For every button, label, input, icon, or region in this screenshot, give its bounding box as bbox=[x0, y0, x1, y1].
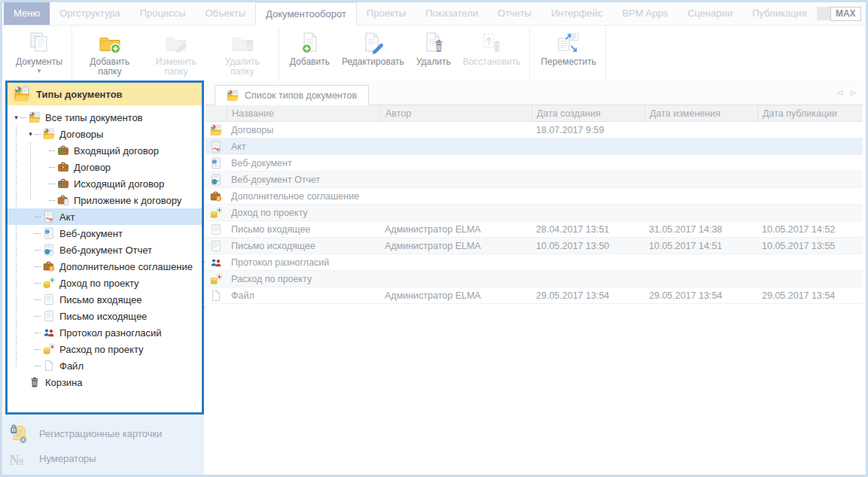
tree-connector bbox=[35, 217, 41, 217]
toolbar-button-doc-add[interactable]: Добавить bbox=[284, 28, 336, 68]
footer-item-reg-cards[interactable]: NРегистрационные карточки bbox=[8, 421, 204, 446]
web-doc-report-icon bbox=[43, 244, 55, 256]
column-header[interactable]: Название bbox=[227, 105, 380, 121]
cell-author: Администратор ELMA bbox=[380, 224, 531, 235]
column-header[interactable]: Дата изменения bbox=[644, 105, 757, 121]
tab-item[interactable]: Интерфейс bbox=[541, 2, 612, 25]
arrow-left-icon[interactable]: ◁ bbox=[837, 89, 842, 96]
tree-item-agreement[interactable]: Дополнительное соглашение bbox=[8, 258, 202, 275]
tree-item-web-doc-report[interactable]: Веб-документ Отчет bbox=[8, 242, 202, 258]
cell-published: 29.05.2017 13:54 bbox=[757, 290, 863, 301]
tree-connector bbox=[35, 366, 41, 366]
tree-item-letter[interactable]: Письмо исходящее bbox=[8, 308, 202, 324]
table-row[interactable]: Веб-документ Отчет bbox=[206, 172, 863, 188]
expander-icon[interactable]: ▾ bbox=[14, 114, 18, 121]
dropdown-caret-icon: ▾ bbox=[38, 68, 41, 74]
toolbar-button-label: Добавить папку bbox=[83, 57, 137, 77]
tree-item-file[interactable]: Файл bbox=[8, 357, 202, 374]
tree-item-act[interactable]: Акт bbox=[8, 208, 202, 225]
toolbar-button-label: Удалить папку bbox=[215, 57, 270, 77]
table-row[interactable]: Договоры18.07.2017 9:59 bbox=[206, 122, 863, 138]
tree-item-protocol[interactable]: Протокол разногласий bbox=[8, 324, 202, 341]
table-row[interactable]: ФайлАдминистратор ELMA29.05.2017 13:5429… bbox=[206, 287, 863, 304]
tree-item-income[interactable]: Доход по проекту bbox=[8, 275, 202, 291]
cell-modified: 29.05.2017 13:54 bbox=[644, 290, 757, 301]
table-row[interactable]: Письмо входящееАдминистратор ELMA28.04.2… bbox=[206, 221, 863, 238]
toolbar-button-documents[interactable]: Документы▾ bbox=[10, 28, 69, 76]
top-tab-bar: МенюОргструктураПроцессыОбъектыДокументо… bbox=[2, 2, 866, 26]
toolbar-button-folder-add[interactable]: Добавить папку bbox=[77, 28, 143, 78]
tree-item-contract-in[interactable]: Входящий договор bbox=[8, 142, 202, 159]
toolbar-button-doc-move[interactable]: Переместить bbox=[535, 28, 602, 68]
toolbar-button-label: Изменить папку bbox=[149, 57, 203, 77]
tab-item[interactable]: BPM Apps bbox=[612, 2, 678, 25]
toolbar-group: ДобавитьРедактироватьУдалитьВосстановить bbox=[281, 28, 531, 81]
tree-item-letter[interactable]: Письмо входящее bbox=[8, 291, 202, 308]
toolbar-button-folder-delete: Удалить папку bbox=[209, 28, 276, 78]
toolbar-group: Добавить папкуИзменить папкуУдалить папк… bbox=[74, 28, 279, 81]
folder-types-icon bbox=[210, 124, 222, 136]
tree-connector bbox=[20, 117, 26, 118]
tree-item-contract[interactable]: Договор bbox=[8, 159, 202, 175]
cell-name: Доход по проекту bbox=[227, 208, 380, 218]
tree-item-folder-types[interactable]: ▾Договоры bbox=[8, 126, 202, 142]
arrow-right-icon[interactable]: ▷ bbox=[851, 89, 856, 96]
table-row[interactable]: Дополнительное соглашение bbox=[206, 188, 863, 205]
tree-item-web-doc[interactable]: Веб-документ bbox=[8, 225, 202, 242]
expander-icon[interactable]: ▾ bbox=[29, 131, 32, 138]
toolbar-group: Переместить bbox=[531, 28, 606, 81]
tree-item-label: Протокол разногласий bbox=[59, 327, 162, 339]
tree-connector bbox=[49, 167, 55, 168]
tree-connector bbox=[49, 150, 55, 151]
tree-item-contract-attachment[interactable]: Приложение к договору bbox=[8, 192, 202, 208]
tree-item-label: Приложение к договору bbox=[74, 195, 181, 206]
tab-item[interactable]: Оргструктура bbox=[50, 2, 130, 25]
folder-types-icon bbox=[14, 86, 30, 102]
act-icon bbox=[210, 141, 222, 153]
tab-item[interactable]: Публикация bbox=[742, 2, 817, 25]
tab-menu[interactable]: Меню bbox=[4, 2, 50, 25]
toolbar-button-folder-edit: Изменить папку bbox=[143, 28, 209, 78]
tab-item[interactable]: Сценарии bbox=[678, 2, 742, 25]
tab-document-types-list[interactable]: Список типов документов bbox=[215, 85, 369, 105]
income-icon bbox=[210, 207, 222, 219]
column-header[interactable]: Дата создания bbox=[531, 105, 644, 121]
column-header[interactable]: Автор bbox=[380, 105, 531, 121]
tree-item-label: Входящий договор bbox=[74, 145, 159, 156]
table-row[interactable]: Доход по проекту bbox=[206, 205, 863, 221]
expander-slot: ▾ bbox=[12, 114, 20, 121]
tab-item[interactable]: Отчеты bbox=[488, 2, 541, 25]
trash-icon bbox=[29, 376, 41, 388]
tree-item-trash[interactable]: Корзина bbox=[8, 374, 202, 390]
tree-item-label: Исходящий договор bbox=[74, 178, 164, 190]
cell-name: Письмо входящее bbox=[227, 224, 380, 235]
cell-name: Письмо исходящее bbox=[227, 241, 380, 251]
folder-types-icon bbox=[43, 128, 55, 140]
table-row[interactable]: Расход по проекту bbox=[206, 271, 863, 287]
tab-item[interactable]: Показатели bbox=[416, 2, 488, 25]
tree-item-contract-out[interactable]: Исходящий договор bbox=[8, 175, 202, 192]
table-row[interactable]: Акт bbox=[206, 138, 863, 155]
toolbar-group: Документы▾ bbox=[7, 28, 72, 81]
tree-item-folder-types[interactable]: ▾Все типы документов bbox=[8, 109, 202, 126]
cell-name: Веб-документ Отчет bbox=[227, 175, 380, 185]
table-row[interactable]: Письмо исходящееАдминистратор ELMA10.05.… bbox=[206, 238, 863, 254]
table-row[interactable]: Веб-документ bbox=[206, 155, 863, 172]
footer-item-numerators[interactable]: №Нумераторы bbox=[8, 446, 204, 471]
toolbar-button-doc-edit[interactable]: Редактировать bbox=[336, 28, 410, 68]
tab-pager: ◁ ▷ bbox=[837, 81, 863, 105]
table-row[interactable]: Протокол разногласий bbox=[206, 254, 863, 271]
tree-item-expense[interactable]: Расход по проекту bbox=[8, 341, 202, 357]
cell-name: Договоры bbox=[227, 125, 380, 135]
tab-item[interactable]: Объекты bbox=[195, 2, 255, 25]
web-doc-icon bbox=[210, 157, 222, 169]
tab-item[interactable]: Документооборот bbox=[255, 2, 357, 26]
tabbar-right: MAX ? bbox=[817, 2, 868, 25]
toolbar-button-label: Документы bbox=[16, 57, 62, 67]
column-header[interactable]: Дата публикации bbox=[757, 105, 863, 121]
folder-add-icon bbox=[98, 31, 122, 55]
tab-item[interactable]: Процессы bbox=[130, 2, 196, 25]
toolbar-button-doc-delete[interactable]: Удалить bbox=[410, 28, 457, 68]
tab-item[interactable]: Проекты bbox=[357, 2, 416, 25]
tree-item-label: Файл bbox=[59, 360, 84, 372]
